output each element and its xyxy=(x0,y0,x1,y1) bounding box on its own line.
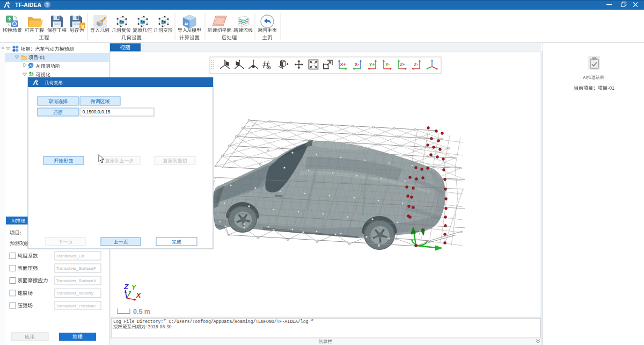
svg-text:Y-: Y- xyxy=(385,62,390,67)
svg-text:Transolver_Velocity: Transolver_Velocity xyxy=(56,291,94,296)
svg-text:?: ? xyxy=(46,2,49,8)
svg-text:Z: Z xyxy=(123,283,129,291)
svg-text:X+: X+ xyxy=(340,62,346,67)
svg-text:X: X xyxy=(135,291,141,299)
svg-text:TF-AIDEA: TF-AIDEA xyxy=(15,2,41,8)
svg-text:Transolver_SurfaceV: Transolver_SurfaceV xyxy=(56,278,97,283)
svg-text:Log File Directory:” C:/Users/: Log File Directory:” C:/Users/Tonfong/Ap… xyxy=(113,319,313,324)
svg-text:Y+: Y+ xyxy=(369,62,375,67)
svg-text:Transolver_Pressure: Transolver_Pressure xyxy=(56,304,97,308)
svg-text:Z-: Z- xyxy=(414,62,418,67)
svg-text:0.5 m: 0.5 m xyxy=(133,308,150,315)
svg-text:AI: AI xyxy=(30,64,33,67)
svg-text:Transolver_SurfaceF: Transolver_SurfaceF xyxy=(56,266,97,271)
svg-text:Transolver_Cd: Transolver_Cd xyxy=(56,254,84,258)
svg-text:AI: AI xyxy=(185,22,188,26)
svg-text:«: « xyxy=(1,45,4,51)
svg-text:0.1500,0,0.15: 0.1500,0,0.15 xyxy=(83,109,111,114)
svg-text:Z+: Z+ xyxy=(400,62,405,67)
svg-text:X-: X- xyxy=(355,62,360,67)
